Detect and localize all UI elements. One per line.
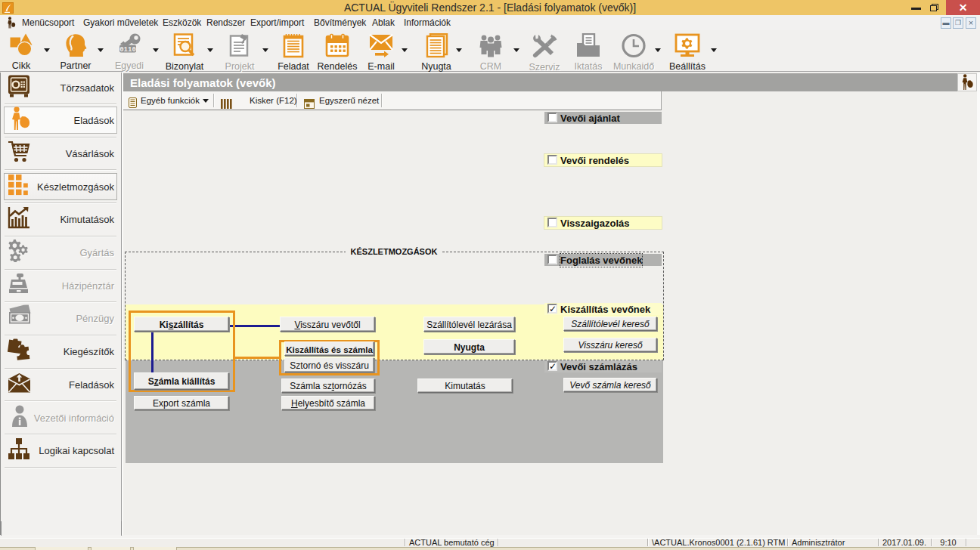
svg-text:0110: 0110 — [119, 46, 136, 54]
